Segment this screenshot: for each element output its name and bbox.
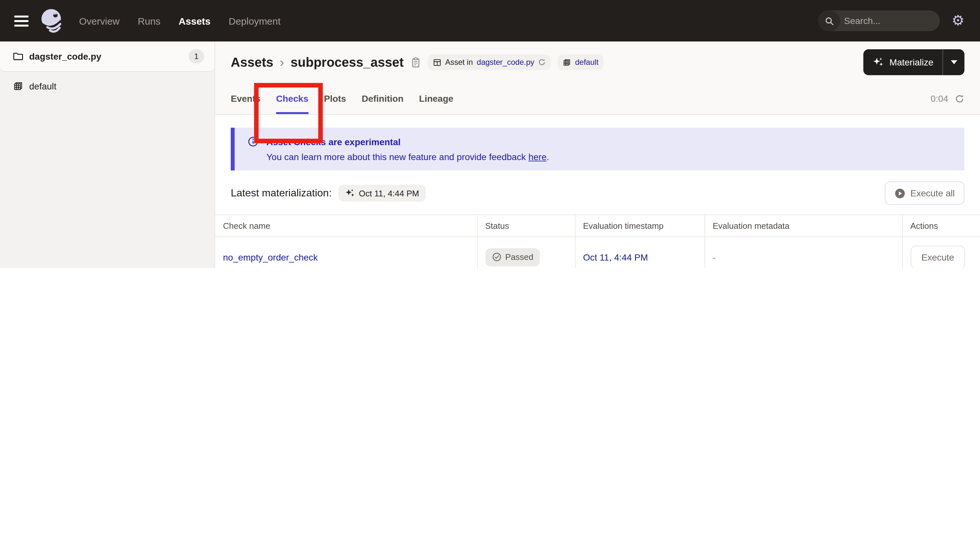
repo-grid-icon	[563, 58, 571, 67]
col-evaluation-timestamp: Evaluation timestamp	[575, 215, 705, 237]
group-tag-link[interactable]: default	[575, 58, 598, 67]
asset-grid-icon	[433, 58, 441, 67]
latest-materialization-value: Oct 11, 4:44 PM	[359, 188, 419, 198]
checks-table: Check name Status Evaluation timestamp E…	[215, 215, 980, 268]
execute-all-button[interactable]: Execute all	[885, 181, 964, 205]
evaluation-metadata-value: -	[705, 237, 902, 268]
nav-assets[interactable]: Assets	[178, 15, 210, 26]
play-circle-icon	[894, 188, 905, 199]
sidebar-item-label: dagster_code.py	[29, 51, 102, 62]
banner-body-text: You can learn more about this new featur…	[266, 152, 528, 162]
banner-body: You can learn more about this new featur…	[266, 152, 951, 162]
checks-content: Asset Checks are experimental You can le…	[215, 115, 980, 268]
status-label: Passed	[505, 252, 533, 262]
gear-icon[interactable]: ⚙	[952, 14, 964, 28]
asset-count-badge: 1	[189, 49, 204, 64]
execute-button[interactable]: Execute	[910, 245, 965, 268]
feedback-link[interactable]: here	[528, 152, 546, 162]
banner-title: Asset Checks are experimental	[266, 137, 401, 147]
asset-definition-tag: Asset in dagster_code.py	[428, 54, 551, 70]
page-title: subprocess_asset	[291, 55, 404, 70]
asset-page-header: Assets › subprocess_asset Asset in dagst…	[215, 41, 980, 115]
timer-value: 0:04	[931, 93, 948, 104]
experimental-banner: Asset Checks are experimental You can le…	[231, 128, 964, 170]
nav-deployment[interactable]: Deployment	[229, 15, 281, 26]
chevron-down-icon	[950, 60, 957, 64]
execute-all-label: Execute all	[910, 188, 955, 198]
asset-tabs: Events Checks Plots Definition Lineage 0…	[215, 83, 980, 114]
main-panel: Assets › subprocess_asset Asset in dagst…	[215, 41, 980, 268]
asset-tag-code-link[interactable]: dagster_code.py	[477, 58, 534, 67]
refresh-timer: 0:04	[931, 83, 965, 114]
tab-events[interactable]: Events	[231, 83, 261, 114]
check-name-link[interactable]: no_empty_order_check	[223, 252, 318, 262]
materialize-label: Materialize	[889, 57, 933, 67]
sidebar-item-default-group[interactable]: default	[0, 72, 215, 100]
sidebar-item-label: default	[29, 81, 56, 91]
top-nav: Overview Runs Assets Deployment / ⚙	[0, 0, 980, 41]
asset-sidebar: dagster_code.py 1 default dagster_code.p…	[0, 41, 215, 268]
banner-body-suffix: .	[546, 152, 549, 162]
breadcrumb-separator: ›	[280, 55, 284, 70]
col-check-name: Check name	[215, 215, 477, 237]
materialize-button-group: Materialize	[864, 49, 964, 75]
tab-plots[interactable]: Plots	[324, 83, 346, 114]
refresh-icon[interactable]	[955, 94, 964, 103]
folder-icon	[13, 51, 23, 62]
nav-runs[interactable]: Runs	[138, 15, 161, 26]
asset-group-tag: default	[558, 54, 604, 70]
dagster-logo-icon[interactable]	[39, 8, 65, 34]
sparkle-icon	[873, 56, 885, 68]
table-row: no_empty_order_check Passed Oct 11, 4:44…	[215, 237, 980, 268]
tab-definition[interactable]: Definition	[362, 83, 404, 114]
repo-grid-icon	[13, 81, 23, 91]
latest-materialization-tag[interactable]: Oct 11, 4:44 PM	[338, 185, 425, 202]
materialize-dropdown-button[interactable]	[942, 49, 964, 75]
tab-checks[interactable]: Checks	[276, 83, 309, 114]
evaluation-timestamp-link[interactable]: Oct 11, 4:44 PM	[583, 252, 648, 262]
breadcrumb: Assets › subprocess_asset Asset in dagst…	[215, 41, 980, 83]
nav-overview[interactable]: Overview	[79, 15, 119, 26]
search-input[interactable]	[840, 16, 940, 26]
status-badge: Passed	[485, 248, 540, 266]
table-header-row: Check name Status Evaluation timestamp E…	[215, 215, 980, 237]
col-evaluation-metadata: Evaluation metadata	[705, 215, 902, 237]
search-icon	[818, 10, 840, 31]
refresh-icon[interactable]	[538, 58, 546, 66]
info-icon	[248, 136, 259, 147]
latest-materialization-row: Latest materialization: Oct 11, 4:44 PM …	[215, 170, 980, 215]
materialize-button[interactable]: Materialize	[864, 49, 942, 75]
asset-tag-prefix: Asset in	[445, 58, 473, 67]
primary-nav: Overview Runs Assets Deployment	[79, 15, 281, 26]
copy-clipboard-icon[interactable]	[410, 57, 421, 68]
app-root: Overview Runs Assets Deployment / ⚙ dags…	[0, 0, 980, 268]
topnav-right: / ⚙	[818, 10, 964, 31]
search-box[interactable]: /	[818, 10, 940, 31]
hamburger-menu-icon[interactable]	[14, 15, 29, 26]
col-actions: Actions	[902, 215, 980, 237]
check-circle-icon	[492, 252, 501, 262]
tab-lineage[interactable]: Lineage	[419, 83, 453, 114]
sidebar-item-dagster-code[interactable]: dagster_code.py 1	[0, 41, 215, 72]
sparkle-icon	[345, 188, 355, 198]
latest-materialization-label: Latest materialization:	[231, 187, 331, 199]
breadcrumb-assets-link[interactable]: Assets	[231, 55, 273, 70]
col-status: Status	[477, 215, 575, 237]
